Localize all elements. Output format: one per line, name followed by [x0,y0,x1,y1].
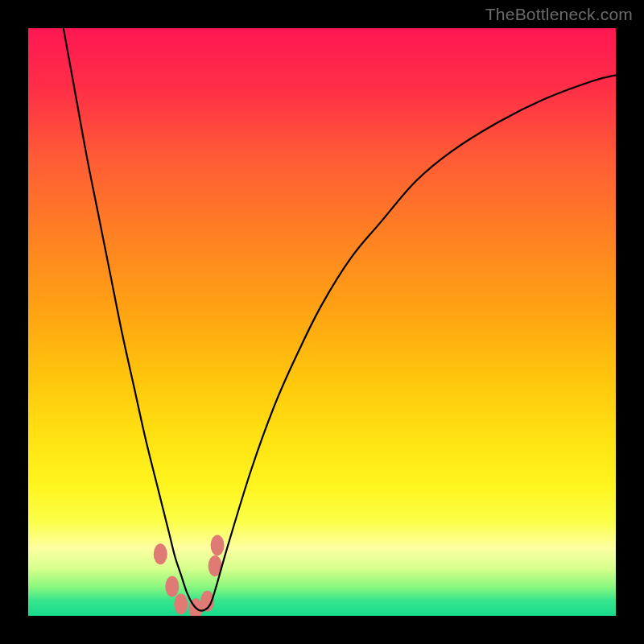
watermark-text: TheBottleneck.com [485,5,633,24]
threshold-marker [154,543,167,564]
threshold-marker [165,576,179,597]
curve-layer [28,28,616,616]
plot-area [28,28,616,616]
bottleneck-curve [64,28,616,611]
threshold-marker [174,593,188,614]
threshold-marker [211,535,225,555]
marker-group [154,535,225,616]
chart-frame: TheBottleneck.com [0,0,644,644]
